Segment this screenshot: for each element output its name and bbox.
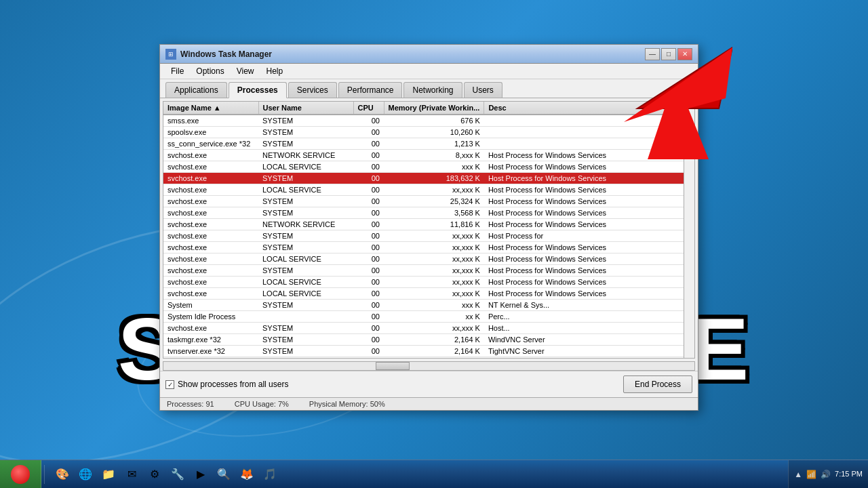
process-user: SYSTEM [258,300,353,311]
table-row[interactable]: svchost.exeLOCAL SERVICE00xxx KHost Proc… [163,161,694,173]
table-row[interactable]: SystemSYSTEM00xxx KNT Kernel & Sys... [163,300,694,311]
tab-bar: Applications Processes Services Performa… [160,79,698,98]
status-processes: Processes: 91 [167,400,214,408]
end-process-button[interactable]: End Process [623,375,692,393]
col-header-user-name[interactable]: User Name [258,102,353,115]
process-name: svchost.exe [163,161,258,173]
menu-options[interactable]: Options [191,65,229,77]
process-user [258,311,353,323]
process-memory: xx,xxx K [384,265,484,277]
table-row[interactable]: svchost.exeSYSTEM00xx,xxx KHost Process … [163,265,694,277]
col-header-desc[interactable]: Desc [484,102,694,115]
process-cpu: 00 [353,311,384,323]
process-name: svchost.exe [163,184,258,196]
taskbar-icon-media[interactable]: ▶ [190,464,212,485]
tray-volume[interactable]: 🔊 [821,470,831,479]
process-name: svchost.exe [163,219,258,230]
process-description: Host Process for Windows Services [484,196,694,207]
process-table-container: Image Name ▲ User Name CPU Memory (Priva… [163,101,695,359]
clock-time: 7:15 PM [835,469,863,479]
process-memory: 10,260 K [384,127,484,138]
process-description: Host Process for Windows Services [484,242,694,253]
taskbar-icon-firefox[interactable]: 🦊 [236,464,258,485]
process-description: Host Process for Windows Services [484,265,694,277]
title-bar: ⊞ Windows Task Manager — □ ✕ [160,45,698,64]
tab-performance[interactable]: Performance [338,82,403,98]
table-row[interactable]: ss_conn_service.exe *32SYSTEM001,213 K [163,138,694,150]
process-description: Host Process for Windows Services [484,173,694,184]
process-memory: 2,164 K [384,346,484,357]
task-manager-window: ⊞ Windows Task Manager — □ ✕ File Option… [159,44,698,411]
process-memory: xx K [384,311,484,323]
taskbar-icon-settings[interactable]: ⚙ [144,464,165,485]
tab-applications[interactable]: Applications [165,82,227,98]
tray-network[interactable]: 📶 [806,470,816,479]
menu-view[interactable]: View [231,65,260,77]
process-user: NETWORK SERVICE [258,150,353,161]
process-name: System Idle Process [163,311,258,323]
window-title: Windows Task Manager [180,49,272,59]
taskbar-icon-browser[interactable]: 🌐 [75,464,96,485]
menu-file[interactable]: File [165,65,189,77]
table-row[interactable]: svchost.exeSYSTEM00183,632 KHost Process… [163,173,694,184]
taskbar-icon-tool[interactable]: 🔧 [167,464,189,485]
process-name: smss.exe [163,115,258,127]
system-clock[interactable]: 7:15 PM [835,469,863,479]
table-row[interactable]: taskmgr.exe *32SYSTEM002,164 KWindVNC Se… [163,334,694,346]
start-button[interactable] [0,460,41,488]
process-memory: xxx K [384,300,484,311]
tab-services[interactable]: Services [288,82,337,98]
process-name: ss_conn_service.exe *32 [163,138,258,150]
table-row[interactable]: tvnserver.exe *32SYSTEM002,164 KTightVNC… [163,346,694,357]
table-row[interactable]: svchost.exeSYSTEM0025,324 KHost Process … [163,196,694,207]
process-cpu: 00 [353,288,384,300]
process-name: svchost.exe [163,196,258,207]
close-button[interactable]: ✕ [677,48,692,60]
menu-help[interactable]: Help [261,65,289,77]
table-row[interactable]: spoolsv.exeSYSTEM0010,260 K [163,127,694,138]
table-row[interactable]: svchost.exeLOCAL SERVICE00xx,xxx KHost P… [163,184,694,196]
taskbar-icon-ps[interactable]: 🎨 [52,464,73,485]
horizontal-scrollbar[interactable] [163,361,695,371]
start-orb [11,465,30,484]
title-bar-left: ⊞ Windows Task Manager [165,49,272,60]
taskbar-icon-email[interactable]: ✉ [121,464,142,485]
table-row[interactable]: svchost.exeLOCAL SERVICE00xx,xxx KHost P… [163,288,694,300]
process-memory: 25,324 K [384,196,484,207]
status-cpu: CPU Usage: 7% [235,400,289,408]
process-user: SYSTEM [258,230,353,242]
maximize-button[interactable]: □ [661,48,676,60]
col-header-memory[interactable]: Memory (Private Workin... [384,102,484,115]
tab-processes[interactable]: Processes [229,82,287,98]
table-row[interactable]: svchost.exeLOCAL SERVICE00xx,xxx KHost P… [163,277,694,288]
taskbar-icon-audio[interactable]: 🎵 [259,464,281,485]
process-memory: 3,568 K [384,207,484,219]
col-header-cpu[interactable]: CPU [353,102,384,115]
col-header-image-name[interactable]: Image Name ▲ [163,102,258,115]
process-description: Perc... [484,311,694,323]
tab-users[interactable]: Users [464,82,502,98]
table-row[interactable]: System Idle Process00xx KPerc... [163,311,694,323]
table-row[interactable]: svchost.exeSYSTEM00xx,xxx KHost... [163,323,694,334]
process-cpu: 00 [353,150,384,161]
process-user: SYSTEM [258,265,353,277]
show-all-checkbox[interactable]: ✓ [165,380,174,389]
taskbar-icon-search[interactable]: 🔍 [213,464,235,485]
status-bar: Processes: 91 CPU Usage: 7% Physical Mem… [160,397,698,410]
process-cpu: 00 [353,115,384,127]
table-row[interactable]: svchost.exeNETWORK SERVICE0011,816 KHost… [163,219,694,230]
table-row[interactable]: svchost.exeSYSTEM003,568 KHost Process f… [163,207,694,219]
tray-arrow[interactable]: ▲ [794,470,802,479]
table-row[interactable]: svchost.exeLOCAL SERVICE00xx,xxx KHost P… [163,253,694,265]
table-row[interactable]: svchost.exeSYSTEM00xx,xxx KHost Process … [163,242,694,253]
tab-networking[interactable]: Networking [403,82,462,98]
taskbar-icon-folder[interactable]: 📁 [98,464,119,485]
table-row[interactable]: svchost.exeSYSTEM00xx,xxx KHost Process … [163,230,694,242]
table-row[interactable]: smss.exeSYSTEM00676 K [163,115,694,127]
hscroll-thumb[interactable] [376,362,410,370]
table-row[interactable]: svchost.exeNETWORK SERVICE008,xxx KHost … [163,150,694,161]
minimize-button[interactable]: — [645,48,660,60]
process-memory: 11,816 K [384,219,484,230]
vertical-scrollbar[interactable] [684,102,694,358]
process-description: Host Process for Windows Services [484,288,694,300]
